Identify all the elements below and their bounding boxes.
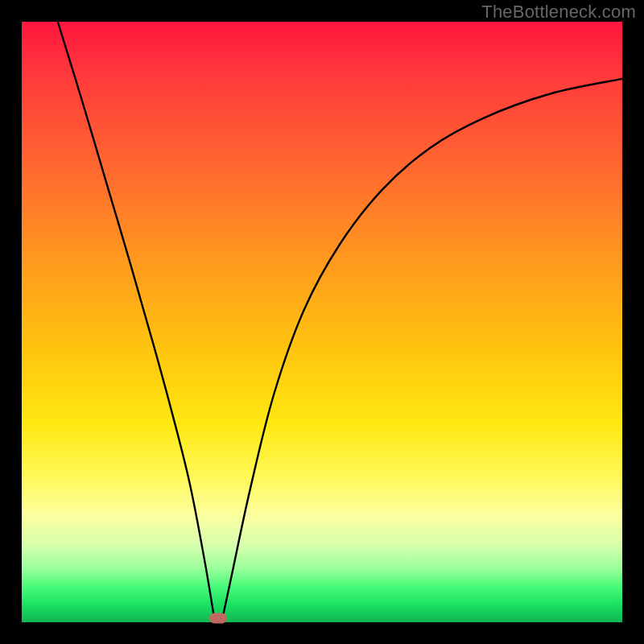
curve-right-branch <box>223 79 622 617</box>
attribution-text: TheBottleneck.com <box>481 2 636 23</box>
chart-frame: TheBottleneck.com <box>0 0 644 644</box>
minimum-marker <box>209 613 227 623</box>
plot-area <box>22 22 622 622</box>
curve-left-branch <box>58 22 214 617</box>
curve-svg <box>22 22 622 622</box>
